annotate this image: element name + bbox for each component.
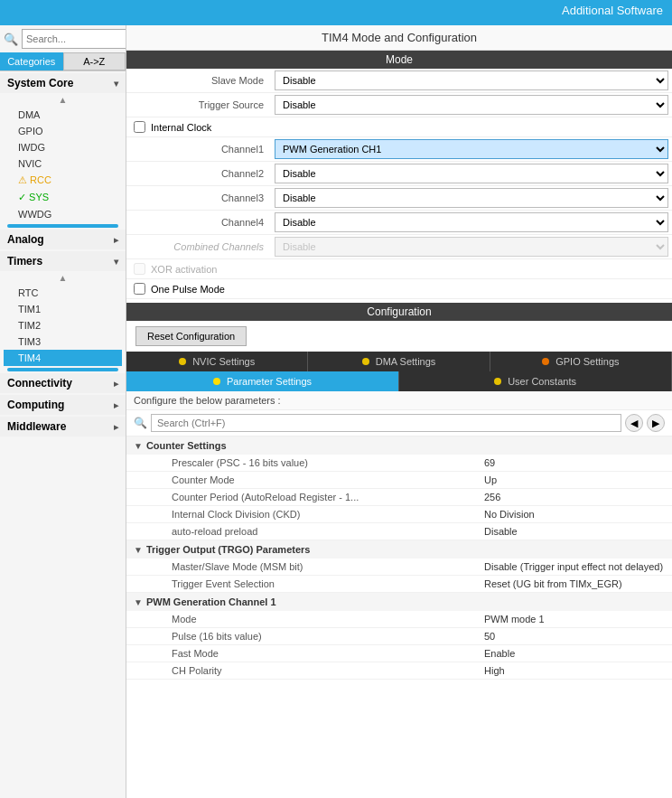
sidebar-item-iwdg[interactable]: IWDG [4,139,122,155]
trigger-output-label: Trigger Output (TRGO) Parameters [146,544,311,555]
xor-checkbox [134,263,145,275]
section-analog: Analog ▸ [0,230,126,249]
sidebar-item-nvic[interactable]: NVIC [4,155,122,172]
param-autoreload: auto-reload preload Disable [126,523,672,540]
reset-config-button[interactable]: Reset Configuration [135,326,247,346]
connectivity-header[interactable]: Connectivity ▸ [0,373,126,393]
channel4-select[interactable]: Disable [275,212,668,232]
param-tab-label: Parameter Settings [227,376,312,387]
trigger-event-name: Trigger Event Selection [172,578,484,589]
channel3-select[interactable]: Disable [275,188,668,208]
channel4-value: Disable [271,211,672,234]
mode-section: Mode Slave Mode Disable Trigger Source D… [126,51,672,299]
sidebar-item-gpio[interactable]: GPIO [4,123,122,139]
combined-channels-label: Combined Channels [126,239,271,255]
one-pulse-checkbox[interactable] [134,283,145,295]
channel4-row: Channel4 Disable [126,211,672,235]
slave-mode-select[interactable]: Disable [275,70,668,90]
search-prev-btn[interactable]: ◀ [625,414,643,432]
tab-nvic-settings[interactable]: NVIC Settings [126,352,308,371]
xor-row: XOR activation [126,259,672,279]
channel2-select[interactable]: Disable [275,164,668,183]
search-icon: 🔍 [4,33,18,46]
computing-header[interactable]: Computing ▸ [0,395,126,415]
system-core-header[interactable]: System Core ▾ [0,73,126,93]
channel4-label: Channel4 [126,214,271,230]
analog-label: Analog [7,233,44,246]
analog-arrow: ▸ [114,235,118,245]
trigger-output-header[interactable]: ▼ Trigger Output (TRGO) Parameters [126,540,672,559]
pulse-name: Pulse (16 bits value) [172,631,484,642]
main-title: TIM4 Mode and Configuration [126,25,672,51]
xor-label: XOR activation [151,264,217,275]
tab-user-constants[interactable]: User Constants [399,371,672,391]
param-search-input[interactable] [151,414,621,432]
timers-items: RTC TIM1 TIM2 TIM3 TIM4 [0,285,126,366]
middleware-label: Middleware [7,420,66,433]
sidebar-tabs: Categories A->Z [0,52,126,71]
param-msm: Master/Slave Mode (MSM bit) Disable (Tri… [126,559,672,576]
trigger-source-select[interactable]: Disable [275,95,668,115]
autoreload-value: Disable [484,526,665,537]
timers-header[interactable]: Timers ▾ [0,251,126,271]
ckd-name: Internal Clock Division (CKD) [172,509,484,520]
configuration-section: Configuration Reset Configuration NVIC S… [126,303,672,680]
section-system-core: System Core ▾ ▲ DMA GPIO IWDG NVIC RCC S… [0,73,126,228]
sidebar-item-wwdg[interactable]: WWDG [4,206,122,222]
analog-header[interactable]: Analog ▸ [0,230,126,249]
sidebar: 🔍 Categories A->Z System Core ▾ ▲ DMA GP… [0,25,126,798]
search-next-btn[interactable]: ▶ [647,414,665,432]
sidebar-item-sys[interactable]: SYS [4,189,122,206]
tab-parameter-settings[interactable]: Parameter Settings [126,371,399,391]
fast-mode-name: Fast Mode [172,648,484,659]
sidebar-item-tim2[interactable]: TIM2 [4,317,122,333]
combined-channels-value: Disable [271,235,672,258]
tab-categories[interactable]: Categories [0,52,63,70]
param-fast-mode: Fast Mode Enable [126,645,672,662]
timers-scroll-up[interactable]: ▲ [0,271,126,285]
sidebar-search-input[interactable] [22,29,126,49]
tab-gpio-settings[interactable]: GPIO Settings [490,352,672,371]
middleware-header[interactable]: Middleware ▸ [0,417,126,437]
fast-mode-value: Enable [484,648,665,659]
sidebar-item-tim1[interactable]: TIM1 [4,301,122,317]
nvic-tab-label: NVIC Settings [192,356,255,367]
pwm-channel1-label: PWM Generation Channel 1 [146,596,276,607]
pwm-channel1-header[interactable]: ▼ PWM Generation Channel 1 [126,593,672,611]
combined-channels-row: Combined Channels Disable [126,235,672,259]
config-tabs-row2: Parameter Settings User Constants [126,371,672,391]
trigger-output-arrow: ▼ [134,545,143,555]
param-counter-mode: Counter Mode Up [126,472,672,489]
combined-channels-select: Disable [275,237,668,257]
counter-settings-header[interactable]: ▼ Counter Settings [126,437,672,455]
sidebar-item-rtc[interactable]: RTC [4,285,122,301]
sidebar-item-dma[interactable]: DMA [4,107,122,123]
msm-name: Master/Slave Mode (MSM bit) [172,561,484,572]
tab-dma-settings[interactable]: DMA Settings [308,352,490,371]
scroll-up-arrow[interactable]: ▲ [0,93,126,107]
section-computing: Computing ▸ [0,395,126,415]
channel1-value: PWM Generation CH1 [271,137,672,161]
trigger-source-value: Disable [271,93,672,117]
param-ckd: Internal Clock Division (CKD) No Divisio… [126,506,672,523]
internal-clock-checkbox[interactable] [134,121,145,133]
sidebar-item-rcc[interactable]: RCC [4,172,122,189]
sidebar-item-tim4[interactable]: TIM4 [4,350,122,366]
channel1-label: Channel1 [126,141,271,157]
trigger-source-row: Trigger Source Disable [126,93,672,117]
sidebar-item-tim3[interactable]: TIM3 [4,333,122,350]
mode-header: Mode [126,51,672,69]
prescaler-name: Prescaler (PSC - 16 bits value) [172,457,484,468]
channel1-row: Channel1 PWM Generation CH1 [126,137,672,162]
user-dot [494,378,501,385]
computing-label: Computing [7,399,64,411]
gpio-dot [542,358,549,365]
config-header: Configuration [126,303,672,321]
one-pulse-row: One Pulse Mode [126,279,672,299]
channel1-select[interactable]: PWM Generation CH1 [275,139,668,159]
timers-progress [7,368,118,371]
ckd-value: No Division [484,509,665,520]
tab-az[interactable]: A->Z [63,52,126,70]
msm-value: Disable (Trigger input effect not delaye… [484,561,665,572]
gpio-tab-label: GPIO Settings [555,356,619,367]
